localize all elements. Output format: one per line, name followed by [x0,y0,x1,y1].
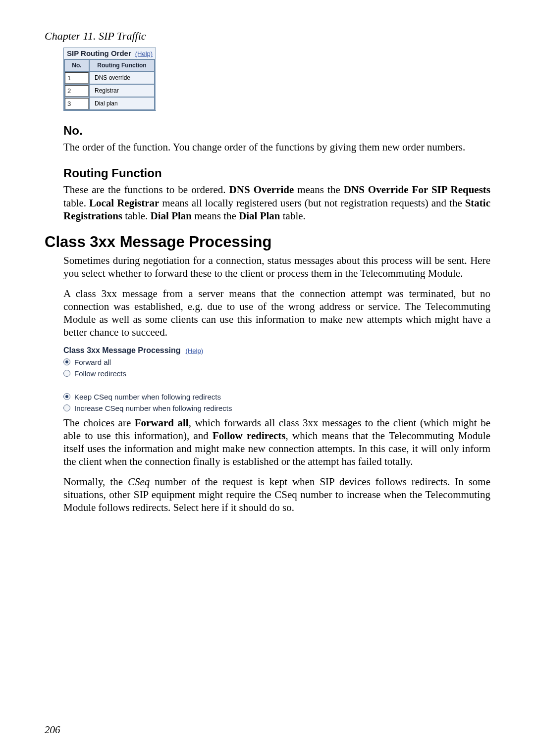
col-header-routing-function: Routing Function [89,59,155,71]
order-input[interactable] [65,98,89,109]
no-heading: No. [63,124,490,138]
radio-follow-redirects[interactable]: Follow redirects [63,369,490,378]
cseq-paragraph: Normally, the CSeq number of the request… [63,475,490,514]
radio-unselected-icon [63,404,70,411]
routing-function-cell: Dial plan [89,97,155,110]
col-header-no: No. [64,59,89,71]
help-link[interactable]: (Help) [186,347,203,354]
sip-routing-order-figure: SIP Routing Order (Help) No. Routing Fun… [63,48,156,111]
order-input[interactable] [65,72,89,84]
routing-function-cell: DNS override [89,71,155,84]
radio-forward-all[interactable]: Forward all [63,358,490,366]
radio-label: Increase CSeq number when following redi… [74,404,232,412]
chapter-header: Chapter 11. SIP Traffic [45,30,490,43]
sip-routing-order-title: SIP Routing Order [67,49,131,57]
table-row: Registrar [64,84,155,97]
radio-increase-cseq[interactable]: Increase CSeq number when following redi… [63,404,490,412]
routing-function-cell: Registrar [89,84,155,97]
radio-label: Follow redirects [74,369,126,378]
class-3xx-figure-title: Class 3xx Message Processing [63,346,181,355]
class-3xx-processing-figure: Class 3xx Message Processing (Help) Forw… [63,346,490,412]
radio-label: Keep CSeq number when following redirect… [74,393,221,401]
class-3xx-heading: Class 3xx Message Processing [45,233,490,251]
no-paragraph: The order of the function. You change or… [63,141,490,153]
radio-keep-cseq[interactable]: Keep CSeq number when following redirect… [63,393,490,401]
order-input[interactable] [65,85,89,97]
routing-function-heading: Routing Function [63,166,490,180]
radio-unselected-icon [63,370,70,377]
table-row: DNS override [64,71,155,84]
routing-function-paragraph: These are the functions to be ordered. D… [63,183,490,222]
radio-label: Forward all [74,358,111,366]
radio-selected-icon [63,358,70,365]
help-link[interactable]: (Help) [135,50,153,57]
routing-order-table: No. Routing Function DNS override Regist… [64,59,155,110]
radio-selected-icon [63,393,70,400]
page-number: 206 [45,724,60,736]
choices-paragraph: The choices are Forward all, which forwa… [63,416,490,468]
class-3xx-para-2: A class 3xx message from a server means … [63,287,490,339]
class-3xx-para-1: Sometimes during negotiation for a conne… [63,254,490,280]
table-row: Dial plan [64,97,155,110]
